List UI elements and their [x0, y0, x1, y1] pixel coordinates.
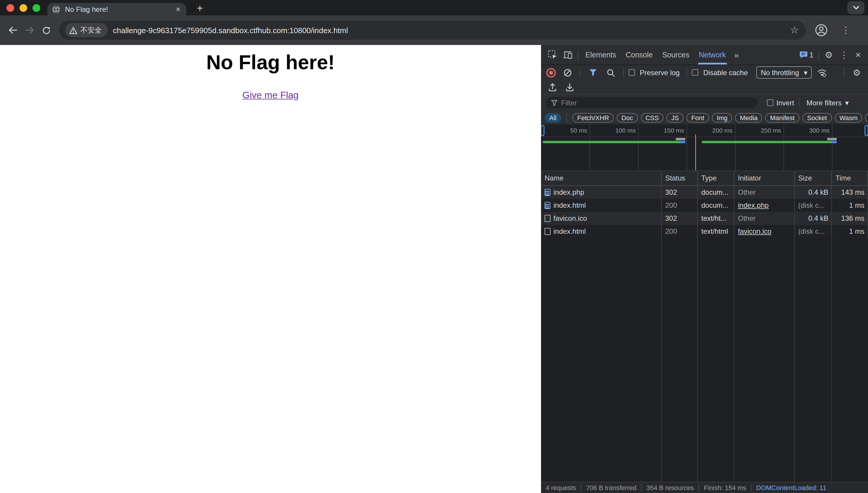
overview-right-handle[interactable] [865, 125, 868, 136]
table-row[interactable]: index.php302docum...Other0.4 kB143 ms [541, 186, 868, 199]
throttling-select[interactable]: No throttling ▾ [756, 66, 812, 79]
requests-table-empty-area [541, 238, 868, 482]
chip-fetchxhr[interactable]: Fetch/XHR [572, 113, 614, 122]
preserve-log-checkbox[interactable] [629, 69, 635, 76]
devtools-tab-bar: ElementsConsoleSourcesNetwork » 1 ⚙ ⋮ × [541, 45, 868, 65]
column-header-type[interactable]: Type [698, 171, 734, 185]
chip-wasm[interactable]: Wasm [835, 113, 862, 122]
inspect-element-icon[interactable] [545, 47, 560, 62]
request-name: index.html [553, 227, 586, 236]
more-tabs-icon[interactable]: » [731, 50, 743, 60]
profile-avatar-icon[interactable] [814, 23, 828, 37]
cell-type: text/ht... [698, 212, 734, 225]
more-filters-button[interactable]: More filters ▾ [804, 99, 851, 107]
waterfall-gray-cap [676, 138, 686, 140]
devtools-tab-network[interactable]: Network [694, 45, 731, 65]
chip-all[interactable]: All [545, 113, 561, 122]
tab-close-icon[interactable]: × [175, 5, 182, 13]
filter-funnel-icon[interactable] [585, 65, 601, 80]
divider [687, 68, 687, 77]
chip-img[interactable]: Img [712, 113, 732, 122]
initiator-link[interactable]: index.php [738, 201, 769, 210]
request-type-chips: AllFetch/XHRDocCSSJSFontImgMediaManifest… [541, 111, 868, 124]
column-divider [697, 238, 698, 482]
column-header-name[interactable]: Name [541, 171, 662, 185]
devtools-menu-kebab-icon[interactable]: ⋮ [836, 47, 852, 62]
new-tab-button[interactable]: + [193, 2, 206, 14]
tab-search-button[interactable] [847, 1, 865, 14]
devtools-tab-sources[interactable]: Sources [658, 45, 694, 65]
network-filter-input[interactable]: Filter [546, 97, 757, 108]
timeline-tick-label: 300 ms [796, 127, 829, 134]
window-minimize-button[interactable] [20, 4, 27, 12]
timeline-tick-label: 50 ms [554, 127, 587, 134]
network-settings-gear-icon[interactable]: ⚙ [849, 65, 865, 80]
reload-button[interactable] [38, 22, 54, 39]
record-network-log-button[interactable] [546, 68, 556, 77]
chip-css[interactable]: CSS [641, 113, 663, 122]
cell-time: 136 ms [832, 212, 868, 225]
table-row[interactable]: index.html200text/htmlfavicon.ico(disk c… [541, 225, 868, 238]
cell-size: (disk c... [795, 199, 832, 212]
request-name: index.html [553, 201, 586, 210]
filter-row: Filter Invert More filters ▾ [541, 95, 868, 111]
divider [799, 98, 799, 107]
devtools-tab-elements[interactable]: Elements [580, 45, 621, 65]
devtools-settings-gear-icon[interactable]: ⚙ [821, 47, 836, 62]
chip-manifest[interactable]: Manifest [766, 113, 799, 122]
import-har-icon[interactable] [548, 83, 557, 91]
security-chip[interactable]: 不安全 [65, 23, 108, 37]
disable-cache-checkbox[interactable] [692, 69, 699, 76]
chip-socket[interactable]: Socket [802, 113, 832, 122]
network-conditions-icon[interactable] [815, 65, 830, 80]
chip-doc[interactable]: Doc [617, 113, 638, 122]
waterfall-blue-tip [681, 141, 686, 143]
devtools-tab-console[interactable]: Console [621, 45, 658, 65]
issues-count: 1 [809, 50, 813, 59]
column-header-status[interactable]: Status [662, 171, 698, 185]
window-close-button[interactable] [6, 4, 14, 12]
divider [818, 50, 819, 60]
column-header-initiator[interactable]: Initiator [734, 171, 795, 185]
bookmark-star-icon[interactable]: ☆ [790, 25, 799, 35]
table-row[interactable]: favicon.ico302text/ht...Other0.4 kB136 m… [541, 212, 868, 225]
timeline-gridline [686, 124, 687, 170]
give-me-flag-link[interactable]: Give me Flag [243, 90, 299, 100]
devtools-close-icon[interactable]: × [852, 49, 865, 60]
column-header-time[interactable]: Time [832, 171, 868, 185]
timeline-gridline [590, 124, 590, 170]
chip-media[interactable]: Media [735, 113, 762, 122]
forward-button[interactable] [21, 22, 38, 39]
window-zoom-button[interactable] [32, 4, 40, 12]
initiator-link[interactable]: favicon.ico [738, 227, 771, 236]
issues-button[interactable]: 1 [797, 50, 816, 59]
cell-name: index.html [541, 199, 662, 212]
address-bar[interactable]: 不安全 challenge-9c963175e759905d.sandbox.c… [59, 21, 806, 40]
timeline-tick-label: 100 ms [602, 127, 636, 134]
waterfall-bar [543, 141, 681, 143]
browser-menu-kebab-icon[interactable]: ⋮ [841, 25, 850, 36]
chip-font[interactable]: Font [686, 113, 709, 122]
device-toolbar-icon[interactable] [560, 47, 575, 62]
back-button[interactable] [5, 22, 21, 39]
column-header-size[interactable]: Size [795, 171, 832, 185]
page-heading: No Flag here! [0, 51, 541, 74]
clear-network-log-icon[interactable] [560, 65, 575, 80]
search-icon[interactable] [603, 65, 618, 80]
window-controls [6, 4, 40, 12]
network-overview-timeline[interactable]: 50 ms100 ms150 ms200 ms250 ms300 ms [541, 124, 868, 171]
initiator-text: Other [738, 188, 756, 196]
web-page-content: No Flag here! Give me Flag [0, 45, 541, 493]
cell-name: index.php [541, 186, 662, 199]
chip-js[interactable]: JS [666, 113, 684, 122]
invert-checkbox[interactable] [767, 100, 773, 106]
chevron-down-icon: ▾ [845, 99, 849, 107]
chip-other[interactable]: Other [865, 113, 868, 122]
table-row[interactable]: index.html200docum...index.php(disk c...… [541, 199, 868, 212]
url-text[interactable]: challenge-9c963175e759905d.sandbox.ctfhu… [113, 26, 790, 35]
browser-tab[interactable]: No Flag here! × [47, 3, 186, 15]
overview-left-handle[interactable] [541, 125, 545, 136]
security-label: 不安全 [81, 25, 102, 35]
cell-initiator: Other [734, 186, 795, 199]
export-har-icon[interactable] [565, 83, 574, 91]
